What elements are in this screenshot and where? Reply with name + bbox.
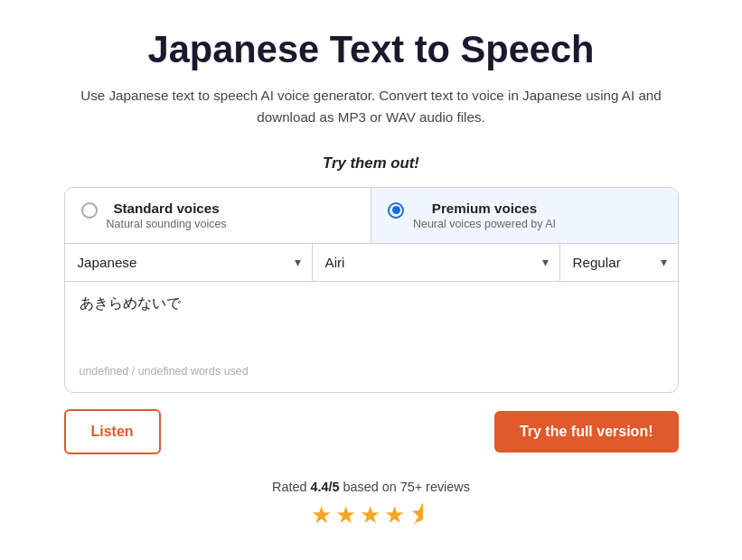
- tab-standard-voices[interactable]: Standard voices Natural sounding voices: [65, 188, 372, 243]
- language-selector-wrapper: Japanese English French Spanish ▾: [65, 244, 313, 281]
- selectors-row: Japanese English French Spanish ▾ Airi K…: [65, 244, 678, 282]
- voice-tabs-container: Standard voices Natural sounding voices …: [65, 188, 678, 244]
- page-title: Japanese Text to Speech: [64, 27, 679, 72]
- star-3: ★: [360, 501, 380, 528]
- text-input[interactable]: あきらめないで: [80, 294, 663, 358]
- radio-standard: [81, 202, 98, 219]
- rating-score: 4.4/5: [310, 480, 339, 494]
- language-select[interactable]: Japanese English French Spanish: [65, 244, 312, 281]
- rating-prefix: Rated: [272, 480, 310, 494]
- star-2: ★: [335, 501, 356, 528]
- style-selector-wrapper: Regular Formal Casual ▾: [560, 244, 678, 281]
- widget-box: Standard voices Natural sounding voices …: [64, 187, 679, 393]
- premium-voices-title: Premium voices: [413, 201, 556, 216]
- listen-button[interactable]: Listen: [64, 409, 161, 454]
- word-count: undefined / undefined words used: [80, 361, 663, 385]
- page-subtitle: Use Japanese text to speech AI voice gen…: [64, 85, 679, 129]
- actions-row: Listen Try the full version!: [64, 409, 679, 454]
- star-5: ⯨: [409, 501, 432, 528]
- voice-selector-wrapper: Airi Kenji Yuki ▾: [313, 244, 560, 281]
- star-4: ★: [384, 501, 405, 528]
- rating-text: Rated 4.4/5 based on 75+ reviews: [64, 480, 679, 494]
- standard-voices-title: Standard voices: [107, 201, 227, 216]
- stars-container: ★ ★ ★ ★ ⯨: [64, 501, 679, 528]
- rating-suffix: based on 75+ reviews: [340, 480, 470, 494]
- textarea-area: あきらめないで undefined / undefined words used: [65, 282, 678, 392]
- premium-voices-desc: Neural voices powered by AI: [413, 218, 556, 230]
- radio-premium: [388, 202, 404, 219]
- style-select[interactable]: Regular Formal Casual: [560, 244, 678, 281]
- tab-premium-voices[interactable]: Premium voices Neural voices powered by …: [371, 188, 678, 243]
- star-1: ★: [311, 501, 332, 528]
- voice-select[interactable]: Airi Kenji Yuki: [313, 244, 559, 281]
- try-label: Try them out!: [64, 154, 679, 173]
- main-container: Japanese Text to Speech Use Japanese tex…: [64, 18, 679, 528]
- full-version-button[interactable]: Try the full version!: [494, 411, 679, 453]
- rating-section: Rated 4.4/5 based on 75+ reviews ★ ★ ★ ★…: [64, 480, 679, 528]
- standard-voices-desc: Natural sounding voices: [107, 218, 227, 230]
